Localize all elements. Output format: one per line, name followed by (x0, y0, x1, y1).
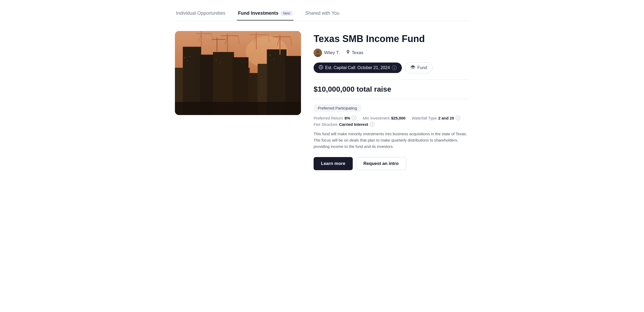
clock-icon (319, 65, 323, 70)
fund-location: Texas (346, 50, 363, 56)
svg-rect-42 (216, 60, 217, 61)
min-investment-label: Min Investment (363, 116, 390, 120)
avatar (314, 49, 322, 57)
tabs-nav: Individual Opportunities Fund Investment… (175, 6, 469, 20)
fund-card: Texas SMB Income Fund Wiley T. (175, 31, 469, 170)
fund-meta: Wiley T. Texas (314, 49, 469, 57)
svg-rect-39 (184, 57, 185, 58)
layers-icon (411, 65, 415, 70)
waterfall-type-value: 2 and 20 (438, 116, 454, 120)
svg-rect-38 (175, 102, 301, 115)
location-icon (346, 50, 350, 56)
tab-new-badge: New (281, 11, 293, 16)
learn-more-button[interactable]: Learn more (314, 157, 353, 170)
waterfall-info-icon[interactable]: i (456, 116, 460, 120)
investment-type-badge: Preferred Participating (314, 104, 361, 112)
author-name: Wiley T. (324, 50, 340, 55)
fund-author: Wiley T. (314, 49, 340, 57)
fund-title: Texas SMB Income Fund (314, 33, 469, 44)
divider-1 (314, 80, 469, 80)
svg-rect-41 (189, 56, 190, 57)
fund-details: Texas SMB Income Fund Wiley T. (314, 31, 469, 170)
total-raise: $10,000,000 total raise (314, 85, 469, 93)
preferred-return-value: 8% (345, 116, 350, 120)
dot-1: · (359, 116, 360, 120)
fund-description: This fund will make minority investments… (314, 131, 469, 150)
tab-individual-opportunities[interactable]: Individual Opportunities (175, 6, 226, 20)
dot-3: · (463, 116, 464, 120)
divider-2 (314, 99, 469, 99)
min-investment-value: $25,000 (391, 116, 405, 120)
investment-details: Preferred Return 8% i · Min Investment $… (314, 116, 469, 127)
location-text: Texas (352, 50, 363, 55)
svg-point-47 (316, 50, 319, 54)
preferred-return-label: Preferred Return (314, 116, 343, 120)
fee-structure-info-icon[interactable]: i (370, 122, 375, 127)
preferred-return-info-icon[interactable]: i (352, 116, 356, 120)
svg-line-51 (321, 67, 322, 68)
waterfall-type-label: Waterfall Type (412, 116, 437, 120)
fee-structure-value: Carried Interest (339, 122, 368, 127)
fund-badges: Est. Capital Call: October 21, 2024 i Fu… (314, 62, 469, 73)
capital-call-info-icon[interactable]: i (392, 65, 397, 70)
svg-rect-43 (220, 63, 221, 63)
dot-2: · (408, 116, 409, 120)
tab-shared-with-you[interactable]: Shared with You (304, 6, 340, 20)
fund-type-text: Fund (417, 65, 427, 70)
svg-rect-44 (269, 55, 271, 55)
fund-image (175, 31, 301, 115)
request-intro-button[interactable]: Request an intro (356, 157, 406, 170)
svg-rect-45 (273, 59, 274, 59)
action-buttons: Learn more Request an intro (314, 157, 469, 170)
fee-structure-label: Fee Structure (314, 122, 337, 127)
capital-call-badge: Est. Capital Call: October 21, 2024 i (314, 63, 402, 73)
tab-fund-investments[interactable]: Fund Investments New (237, 6, 294, 20)
capital-call-text: Est. Capital Call: October 21, 2024 (325, 65, 390, 70)
svg-rect-40 (187, 60, 188, 61)
fund-type-badge: Fund (405, 62, 432, 73)
